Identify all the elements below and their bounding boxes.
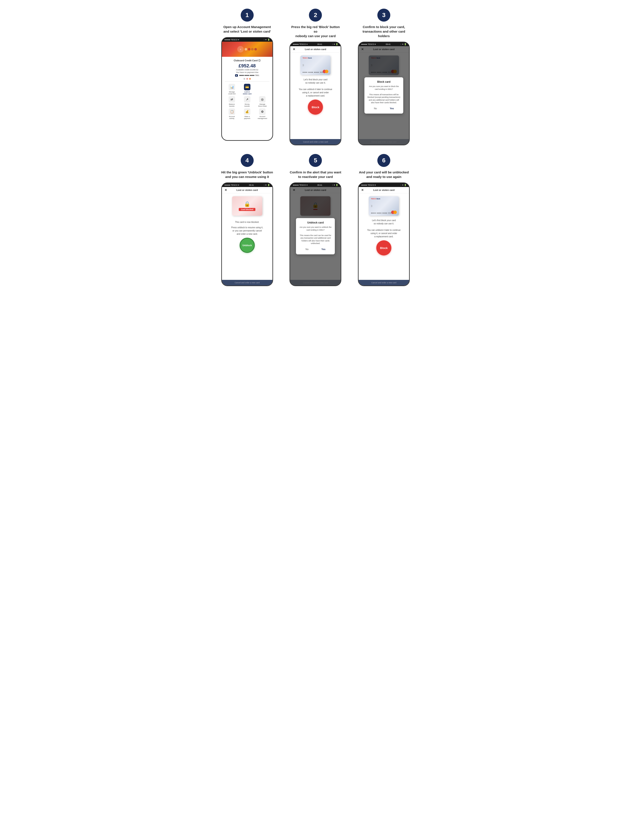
phone-5: ●●●●● TESCO ▾ 09:41 ↑ ✦ 🔋 ✕ Lost or stol… — [289, 182, 341, 286]
menu-account-management[interactable]: ⚙ Accountmanagement — [256, 108, 270, 119]
screen2-header: ✕ Lost or stolen card — [290, 46, 341, 52]
close-button-2[interactable]: ✕ — [293, 47, 295, 51]
cancel-bar-4[interactable]: Cancel and order a new card — [222, 280, 273, 286]
status-bar-6: ●●●●● TESCO ▾ ↑ ✦ 🔋 — [358, 183, 409, 187]
status-bar-5: ●●●●● TESCO ▾ 09:41 ↑ ✦ 🔋 — [290, 183, 341, 187]
phone-screen-2: ✕ Lost or stolen card TESCO Bank )) ●●●●… — [290, 46, 341, 145]
step-5: 5 Confirm in the alert that you wantto r… — [284, 154, 347, 286]
modal-text-5: Are you sure you want to unblock the car… — [299, 226, 332, 245]
phone-6: ●●●●● TESCO ▾ ↑ ✦ 🔋 ✕ Lost or stolen car… — [358, 182, 410, 286]
menu-empty-1 — [256, 84, 270, 95]
menu-account-activity[interactable]: 📋 Accountactivity — [225, 108, 239, 119]
lock-icon: 🔒 — [244, 201, 251, 207]
phone-screen-4: ✕ Lost or stolen card 🔒 Card blocked Thi… — [222, 187, 273, 286]
masked-card-number: ■ ■■■■ ■■■■ ■■■■ 7891 — [225, 74, 270, 77]
close-button-6[interactable]: ✕ — [361, 188, 364, 192]
step-2: 2 Press the big red 'Block' button sonob… — [284, 9, 347, 145]
menu-manage-credit[interactable]: 📊 Managecredit limit — [225, 84, 239, 95]
modal-buttons-3: No Yes — [368, 106, 400, 111]
step-6-number: 6 — [377, 154, 390, 167]
step-6-title: And your card will be unblockedand ready… — [359, 170, 409, 179]
step-4-title: Hit the big green 'Unblock' buttonand yo… — [221, 170, 273, 179]
menu-make-payment[interactable]: 💰 Make apayment — [240, 108, 254, 119]
close-button-4[interactable]: ✕ — [224, 188, 227, 192]
status-bar-2: ●●●●● TESCO ▾ 09:41 ↑ ✦ 🔋 — [290, 42, 341, 46]
phone-1: ●●●●● TESCO ▾ ↑ ✦ 🔋 ≡ — [221, 37, 273, 141]
phone-2: ●●●●● TESCO ▾ 09:41 ↑ ✦ 🔋 ✕ Lost or stol… — [289, 42, 341, 145]
modal-yes-5[interactable]: Yes — [319, 247, 328, 251]
status-bar-3: ●●●●● TESCO ▾ 09:41 ↑ ✦ 🔋 — [358, 42, 409, 46]
payment-due: You have no payment due — [225, 71, 270, 73]
menu-lost-stolen[interactable]: 💳 Lost orstolen card — [240, 84, 254, 95]
card-visual-2: TESCO Bank )) ●●●● ●●●● ●●●● 0061 — [300, 55, 331, 75]
account-content: Clubcard Credit Card ⓘ £952.48 Available… — [222, 57, 273, 123]
cancel-bar-6[interactable]: Cancel and order a new card — [358, 280, 409, 286]
block-text-1: Let's first block your cardso nobody can… — [290, 78, 341, 97]
step-2-number: 2 — [309, 9, 322, 22]
menu-balance-transfer[interactable]: ⇄ Balancetransfer — [225, 96, 239, 107]
step-3: 3 Confirm to block your card,transaction… — [353, 9, 415, 145]
phone-4: ●●●●● TESCO ▾ 09:41 ↑ ✦ 🔋 ✕ Lost or stol… — [221, 182, 273, 286]
step-5-title: Confirm in the alert that you wantto rea… — [290, 170, 341, 179]
modal-title-5: Unblock card — [299, 221, 332, 224]
account-header: ≡ — [222, 42, 273, 57]
menu-money-transfer[interactable]: ↗ Moneytransfer — [240, 96, 254, 107]
phone-screen-6: ✕ Lost or stolen card TESCO Bank )) ●●●●… — [358, 187, 409, 286]
clubcard-title: Clubcard Credit Card ⓘ — [225, 59, 270, 62]
phone-screen-3: ✕ Lost or stolen card TESCO Bank )) ●●●●… — [358, 46, 409, 145]
menu-grid-1: 📊 Managecredit limit 💳 Lost orstolen car… — [225, 82, 270, 121]
phone-screen-5: ✕ Lost or stolen card 🔒 This card is now… — [290, 187, 341, 286]
status-bar-4: ●●●●● TESCO ▾ 09:41 ↑ ✦ 🔋 — [222, 183, 273, 187]
card-blocked-visual: 🔒 Card blocked — [232, 196, 262, 216]
block-button-2[interactable]: Block — [308, 99, 323, 115]
modal-yes-3[interactable]: Yes — [387, 106, 396, 111]
step-2-title: Press the big red 'Block' button sonobod… — [289, 25, 341, 38]
step-1-number: 1 — [241, 9, 254, 22]
cancel-bar-2[interactable]: Cancel and order a new card — [290, 139, 341, 145]
step-6: 6 And your card will be unblockedand rea… — [353, 154, 415, 286]
step-4-number: 4 — [241, 154, 254, 167]
step-5-number: 5 — [309, 154, 322, 167]
step-1-title: Open up Account Managementand select 'Lo… — [223, 25, 271, 34]
step-4: 4 Hit the big green 'Unblock' buttonand … — [216, 154, 278, 286]
step-3-title: Confirm to block your card,transactions … — [358, 25, 410, 38]
phone-screen-1: ≡ Clubcard Credit Card ⓘ £952.48 Availab… — [222, 42, 273, 140]
modal-text-3: Are you sure you want to block the card … — [368, 85, 400, 104]
step-3-number: 3 — [377, 9, 390, 22]
unblock-modal: Unblock card Are you sure you want to un… — [290, 187, 341, 286]
block-modal: Block card Are you sure you want to bloc… — [358, 46, 409, 145]
steps-grid: 1 Open up Account Managementand select '… — [216, 9, 415, 286]
unblock-button-4[interactable]: Unblock — [240, 238, 255, 253]
block-button-6[interactable]: Block — [376, 240, 391, 256]
screen4-header: ✕ Lost or stolen card — [222, 187, 273, 193]
step-1: 1 Open up Account Managementand select '… — [216, 9, 278, 145]
block-text-6: Let's first block your cardso nobody can… — [358, 219, 409, 238]
modal-box-3: Block card Are you sure you want to bloc… — [364, 77, 403, 114]
modal-buttons-5: No Yes — [299, 247, 332, 251]
menu-direct-debit[interactable]: ◎ ManageDirect Debit — [256, 96, 270, 107]
screen6-header: ✕ Lost or stolen card — [358, 187, 409, 193]
card-blocked-badge: Card blocked — [239, 208, 256, 211]
blocked-text-1: This card is now blocked. — [222, 221, 273, 224]
card-visual-6: TESCO Bank )) ●●●● ●●●● ●●●● 0061 — [369, 196, 399, 216]
modal-title-3: Block card — [368, 81, 400, 83]
available-credit: Available credit £3,848.52 — [225, 69, 270, 71]
modal-no-5[interactable]: No — [303, 247, 311, 251]
status-bar-1: ●●●●● TESCO ▾ ↑ ✦ 🔋 — [222, 38, 273, 42]
dots-row — [225, 78, 270, 80]
balance-display: £952.48 — [225, 63, 270, 69]
modal-box-5: Unblock card Are you sure you want to un… — [296, 218, 335, 254]
modal-no-3[interactable]: No — [371, 106, 380, 111]
phone-3: ●●●●● TESCO ▾ 09:41 ↑ ✦ 🔋 ✕ Lost or stol… — [358, 42, 410, 145]
blocked-text-2: Press unblock to resume using it,or you … — [222, 226, 273, 235]
